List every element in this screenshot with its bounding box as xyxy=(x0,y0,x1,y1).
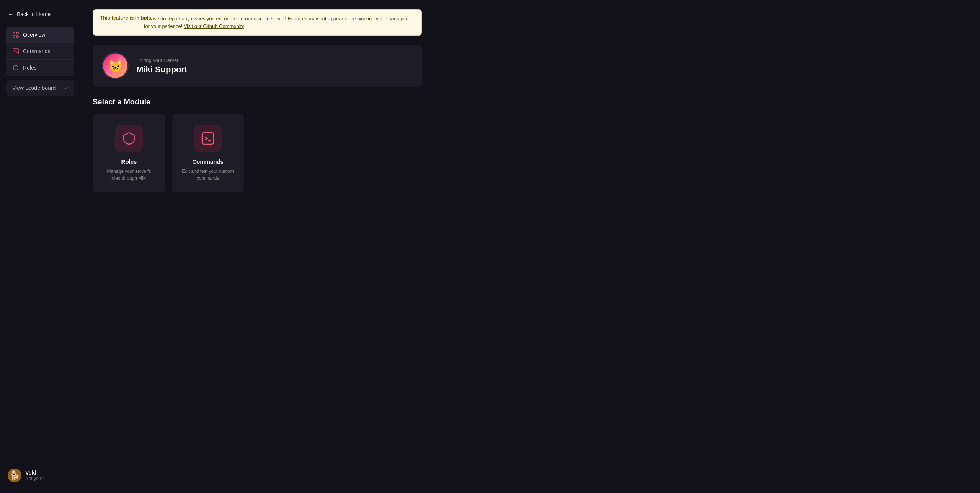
user-avatar: 🐕 xyxy=(8,469,21,482)
svg-rect-4 xyxy=(13,49,18,54)
section-title: Select a Module xyxy=(93,98,968,106)
nav-section: Overview Commands Roles xyxy=(6,27,74,76)
user-info: Veld Not you? xyxy=(25,470,44,481)
modules-grid: Roles Manage your server's roles through… xyxy=(93,114,968,192)
sidebar-item-commands[interactable]: Commands xyxy=(6,43,74,59)
module-card-roles[interactable]: Roles Manage your server's roles through… xyxy=(93,114,165,192)
commands-module-icon xyxy=(201,132,215,145)
view-leaderboard-button[interactable]: View Leaderboard ↗ xyxy=(6,80,74,96)
sidebar-item-roles-label: Roles xyxy=(23,65,37,71)
commands-module-title: Commands xyxy=(192,158,224,165)
beta-text: Please do report any issues you encounte… xyxy=(144,15,415,30)
modules-section: Select a Module Roles Manage your server… xyxy=(93,98,968,192)
server-avatar: 🐱 xyxy=(102,52,129,79)
beta-label: This feature is in beta xyxy=(100,15,138,30)
server-name: Miki Support xyxy=(136,65,187,75)
server-avatar-image: 🐱 xyxy=(103,54,127,78)
roles-module-icon xyxy=(122,132,136,145)
svg-rect-1 xyxy=(16,32,18,34)
sidebar-item-roles[interactable]: Roles xyxy=(6,60,74,76)
main-content: This feature is in beta Please do report… xyxy=(80,0,980,493)
sidebar: ← Back to Home Overview xyxy=(0,0,80,493)
sidebar-item-overview[interactable]: Overview xyxy=(6,27,74,43)
user-section: 🐕 Veld Not you? xyxy=(6,465,74,485)
roles-icon xyxy=(12,64,19,71)
sidebar-item-overview-label: Overview xyxy=(23,32,45,38)
roles-module-title: Roles xyxy=(121,158,137,165)
server-card: 🐱 Editing your Server Miki Support xyxy=(93,45,422,87)
external-link-icon: ↗ xyxy=(64,85,68,91)
commands-icon xyxy=(12,48,19,55)
server-info: Editing your Server Miki Support xyxy=(136,57,187,75)
commands-module-icon-wrap xyxy=(194,125,222,152)
roles-module-icon-wrap xyxy=(115,125,143,152)
commands-module-desc: Edit and test your custom commands xyxy=(181,168,235,182)
leaderboard-label: View Leaderboard xyxy=(12,85,56,91)
editing-label: Editing your Server xyxy=(136,57,187,63)
user-avatar-image: 🐕 xyxy=(10,470,20,480)
svg-rect-2 xyxy=(13,36,15,37)
user-not-you[interactable]: Not you? xyxy=(25,476,44,481)
sidebar-item-commands-label: Commands xyxy=(23,48,51,54)
overview-icon xyxy=(12,31,19,38)
back-to-home-link[interactable]: ← Back to Home xyxy=(6,8,74,21)
module-card-commands[interactable]: Commands Edit and test your custom comma… xyxy=(172,114,244,192)
user-name: Veld xyxy=(25,470,44,476)
beta-github-link[interactable]: Visit our Github Community xyxy=(184,23,244,29)
back-arrow-icon: ← xyxy=(8,11,14,18)
back-to-home-label: Back to Home xyxy=(17,11,51,17)
svg-rect-3 xyxy=(16,36,18,37)
roles-module-desc: Manage your server's roles through Miki! xyxy=(102,168,156,182)
svg-rect-0 xyxy=(13,32,15,34)
beta-banner: This feature is in beta Please do report… xyxy=(93,9,422,36)
